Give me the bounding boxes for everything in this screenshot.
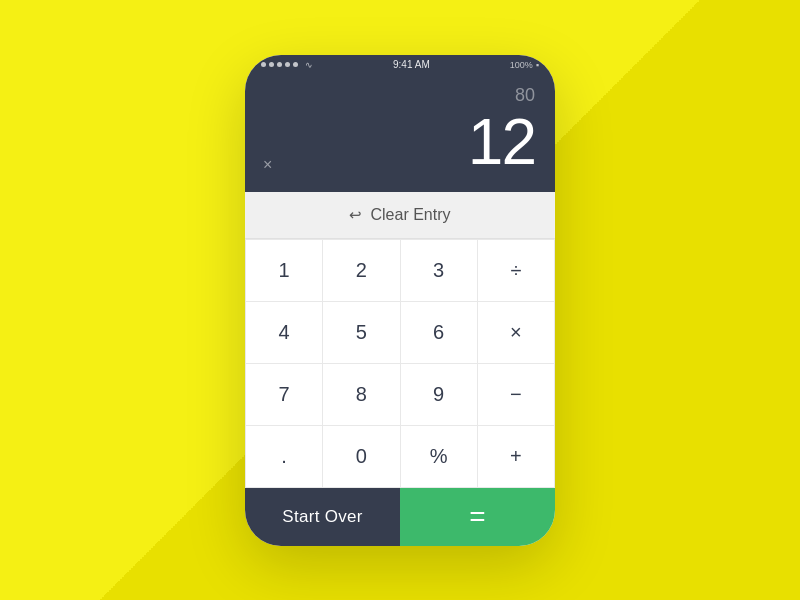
key-add[interactable]: +	[478, 426, 555, 488]
key-5[interactable]: 5	[323, 302, 400, 364]
key-decimal[interactable]: .	[246, 426, 323, 488]
equals-button[interactable]: =	[400, 488, 555, 546]
signal-dot-5	[293, 62, 298, 67]
clear-entry-button[interactable]: ↩ Clear Entry	[245, 192, 555, 239]
battery-icon: ▪	[536, 60, 539, 70]
key-percent[interactable]: %	[401, 426, 478, 488]
battery-indicator: 100% ▪	[510, 60, 539, 70]
key-2[interactable]: 2	[323, 240, 400, 302]
display-secondary: 80	[265, 85, 535, 106]
status-time: 9:41 AM	[393, 59, 430, 70]
signal-indicators: ∿	[261, 60, 313, 70]
key-0[interactable]: 0	[323, 426, 400, 488]
display-area: 80 12 ×	[245, 75, 555, 192]
signal-dot-4	[285, 62, 290, 67]
key-3[interactable]: 3	[401, 240, 478, 302]
wifi-icon: ∿	[305, 60, 313, 70]
key-multiply[interactable]: ×	[478, 302, 555, 364]
battery-percent: 100%	[510, 60, 533, 70]
key-8[interactable]: 8	[323, 364, 400, 426]
phone-frame: ∿ 9:41 AM 100% ▪ 80 12 × ↩ Clear Entry 1…	[245, 55, 555, 546]
display-primary: 12	[265, 110, 535, 174]
clear-entry-icon: ↩	[349, 206, 362, 224]
start-over-button[interactable]: Start Over	[245, 488, 400, 546]
signal-dot-1	[261, 62, 266, 67]
close-button[interactable]: ×	[263, 156, 272, 174]
key-4[interactable]: 4	[246, 302, 323, 364]
key-subtract[interactable]: −	[478, 364, 555, 426]
key-6[interactable]: 6	[401, 302, 478, 364]
key-7[interactable]: 7	[246, 364, 323, 426]
bottom-bar: Start Over =	[245, 488, 555, 546]
key-9[interactable]: 9	[401, 364, 478, 426]
clear-entry-label: Clear Entry	[370, 206, 450, 224]
key-divide[interactable]: ÷	[478, 240, 555, 302]
key-1[interactable]: 1	[246, 240, 323, 302]
signal-dot-2	[269, 62, 274, 67]
keypad: 1 2 3 ÷ 4 5 6 × 7 8 9 − . 0 % +	[245, 239, 555, 488]
signal-dot-3	[277, 62, 282, 67]
status-bar: ∿ 9:41 AM 100% ▪	[245, 55, 555, 75]
